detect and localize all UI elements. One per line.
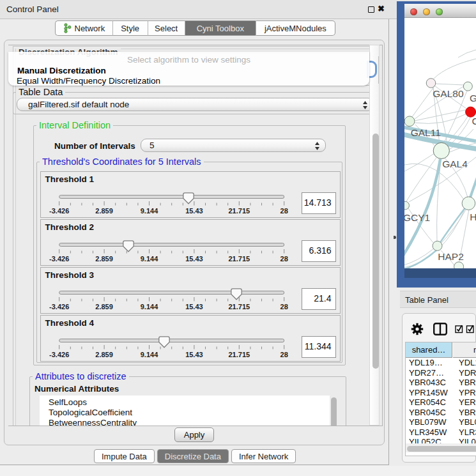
svg-text:21.715: 21.715 (228, 207, 250, 215)
svg-text:2.859: 2.859 (95, 255, 113, 263)
svg-text:GA: GA (470, 93, 476, 104)
svg-text:-3.426: -3.426 (49, 207, 69, 215)
svg-text:GCY1: GCY1 (404, 212, 430, 223)
svg-text:-3.426: -3.426 (49, 303, 69, 311)
svg-text:28: 28 (280, 303, 288, 311)
svg-text:9.144: 9.144 (140, 207, 158, 215)
svg-text:15.43: 15.43 (185, 351, 203, 358)
svg-text:GAL4: GAL4 (442, 158, 468, 169)
svg-text:21.715: 21.715 (228, 303, 250, 311)
svg-text:15.43: 15.43 (185, 303, 203, 311)
svg-text:21.715: 21.715 (228, 351, 250, 358)
svg-text:9.144: 9.144 (140, 303, 158, 311)
svg-text:H: H (470, 211, 476, 222)
svg-text:2.859: 2.859 (95, 303, 113, 311)
svg-text:15.43: 15.43 (185, 207, 203, 215)
svg-text:15.43: 15.43 (185, 255, 203, 263)
svg-text:GAL80: GAL80 (433, 88, 464, 99)
svg-text:28: 28 (280, 255, 288, 263)
svg-text:-3.426: -3.426 (49, 255, 69, 263)
svg-text:28: 28 (280, 351, 288, 358)
svg-text:-3.426: -3.426 (49, 351, 69, 358)
svg-text:28: 28 (280, 207, 288, 215)
svg-text:9.144: 9.144 (140, 255, 158, 263)
svg-text:2.859: 2.859 (95, 207, 113, 215)
svg-text:9.144: 9.144 (140, 351, 158, 358)
svg-text:HAP2: HAP2 (438, 251, 464, 262)
svg-text:C: C (472, 116, 476, 127)
svg-text:21.715: 21.715 (228, 255, 250, 263)
svg-text:2.859: 2.859 (95, 351, 113, 358)
svg-text:GAL11: GAL11 (411, 127, 441, 138)
